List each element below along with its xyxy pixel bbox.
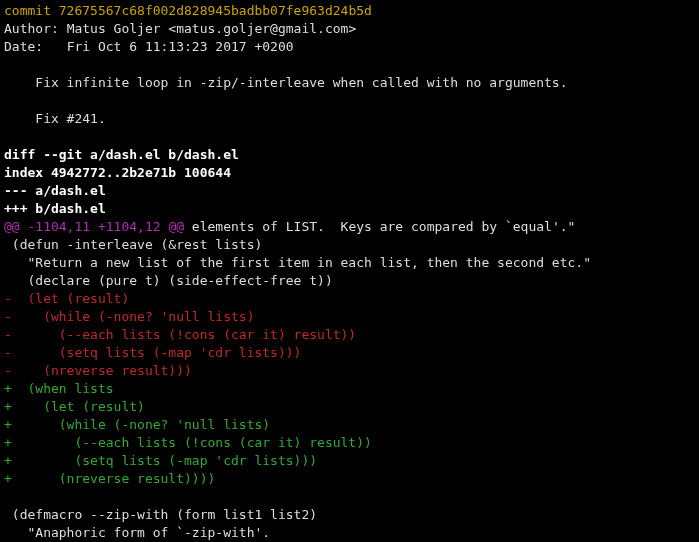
removed-line: - (--each lists (!cons (car it) result)): [4, 327, 356, 342]
ctx-line: "Return a new list of the first item in …: [4, 255, 591, 270]
date-label: Date:: [4, 39, 43, 54]
hunk-range: -1104,11 +1104,12: [20, 219, 169, 234]
author-value: Matus Goljer <matus.goljer@gmail.com>: [67, 21, 357, 36]
hunk-at-open: @@: [4, 219, 20, 234]
author-label: Author:: [4, 21, 59, 36]
git-diff-output: commit 72675567c68f002d828945badbb07fe96…: [0, 0, 699, 542]
date-line: Date: Fri Oct 6 11:13:23 2017 +0200: [4, 39, 294, 54]
commit-msg-2: Fix #241.: [4, 111, 106, 126]
removed-line: - (let (result): [4, 291, 129, 306]
commit-msg-1: Fix infinite loop in -zip/-interleave wh…: [4, 75, 568, 90]
added-line: + (setq lists (-map 'cdr lists))): [4, 453, 317, 468]
added-line: + (when lists: [4, 381, 114, 396]
hunk-context-tail: elements of LIST. Keys are compared by `…: [184, 219, 575, 234]
ctx-line: (defun -interleave (&rest lists): [4, 237, 262, 252]
added-line: + (nreverse result)))): [4, 471, 215, 486]
plus-file: +++ b/dash.el: [4, 201, 106, 216]
ctx-line: (defmacro --zip-with (form list1 list2): [4, 507, 317, 522]
commit-hash: 72675567c68f002d828945badbb07fe963d24b5d: [59, 3, 372, 18]
date-value: Fri Oct 6 11:13:23 2017 +0200: [67, 39, 294, 54]
removed-line: - (nreverse result))): [4, 363, 192, 378]
index-line: index 4942772..2b2e71b 100644: [4, 165, 231, 180]
removed-line: - (setq lists (-map 'cdr lists))): [4, 345, 301, 360]
minus-file: --- a/dash.el: [4, 183, 106, 198]
hunk-at-close: @@: [168, 219, 184, 234]
author-line: Author: Matus Goljer <matus.goljer@gmail…: [4, 21, 356, 36]
ctx-line: (declare (pure t) (side-effect-free t)): [4, 273, 333, 288]
added-line: + (let (result): [4, 399, 145, 414]
commit-label: commit: [4, 3, 51, 18]
hunk-header: @@ -1104,11 +1104,12 @@ elements of LIST…: [4, 219, 575, 234]
commit-line: commit 72675567c68f002d828945badbb07fe96…: [4, 3, 372, 18]
removed-line: - (while (-none? 'null lists): [4, 309, 254, 324]
ctx-line: "Anaphoric form of `-zip-with'.: [4, 525, 270, 540]
added-line: + (--each lists (!cons (car it) result)): [4, 435, 372, 450]
diff-header: diff --git a/dash.el b/dash.el: [4, 147, 239, 162]
added-line: + (while (-none? 'null lists): [4, 417, 270, 432]
